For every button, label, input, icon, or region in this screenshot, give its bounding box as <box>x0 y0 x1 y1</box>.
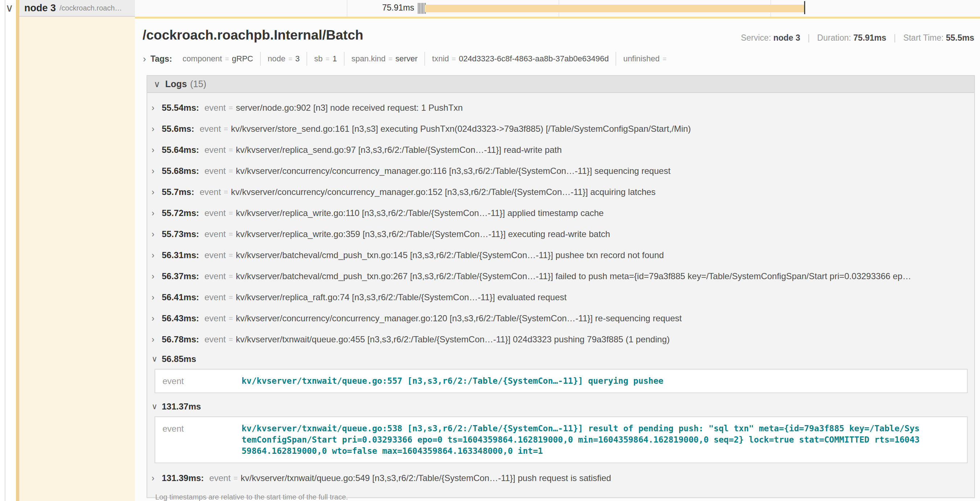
log-equals: = <box>229 104 233 112</box>
log-detail-key: event <box>162 375 242 387</box>
log-tick-marker <box>419 3 420 14</box>
span-name-cell[interactable]: node 3 /cockroach.roach… <box>19 0 135 17</box>
chevron-right-icon: › <box>152 230 162 239</box>
tags-accordion-toggle[interactable]: › Tags: component=gRPCnode=3sb=1span.kin… <box>143 52 676 66</box>
logs-list: ›55.54ms:event=server/node.go:902 [n3] n… <box>147 93 974 501</box>
tag-equals: = <box>225 55 229 63</box>
tag-value: 3 <box>295 54 299 64</box>
log-field-value: kv/kvserver/replica_send.go:97 [n3,s3,r6… <box>236 145 970 155</box>
log-entry-row[interactable]: ›56.37ms:event=kv/kvserver/batcheval/cmd… <box>152 266 970 287</box>
span-duration-label: 75.91ms <box>342 3 414 13</box>
chevron-right-icon: › <box>152 271 162 281</box>
tag-key: component <box>183 54 222 64</box>
span-detail-title: /cockroach.roachpb.Internal/Batch <box>143 27 363 43</box>
tag-pill[interactable]: sb=1 <box>307 52 344 66</box>
chevron-down-icon: ∨ <box>154 80 160 89</box>
collapse-trace-chevron-icon[interactable]: ∨ <box>5 2 13 14</box>
tag-pill[interactable]: span.kind=server <box>344 52 424 66</box>
log-field-value: kv/kvserver/batcheval/cmd_push_txn.go:26… <box>236 271 970 281</box>
log-entry-row[interactable]: ›55.6ms:event=kv/kvserver/store_send.go:… <box>152 118 970 139</box>
timeline-row: 75.91ms <box>135 0 980 17</box>
log-timestamp: 55.64ms: <box>162 145 199 155</box>
start-time-value: 55.5ms <box>946 33 974 43</box>
log-entry-row[interactable]: ›55.68ms:event=kv/kvserver/concurrency/c… <box>152 161 970 182</box>
log-field-key: event <box>199 187 221 197</box>
log-tick-marker <box>422 3 423 14</box>
tag-key: txnid <box>432 54 449 64</box>
span-operation-name: /cockroach.roach… <box>59 4 122 12</box>
span-overview: Service: node 3 | Duration: 75.91ms | St… <box>741 33 974 43</box>
tag-key: span.kind <box>352 54 385 64</box>
log-timestamp: 55.6ms: <box>162 124 194 134</box>
span-service-name: node 3 <box>24 3 56 14</box>
log-equals: = <box>224 125 228 133</box>
log-equals: = <box>229 335 233 344</box>
log-field-key: event <box>205 229 226 239</box>
span-duration-bar[interactable] <box>425 5 805 12</box>
log-entry-row[interactable]: ›56.41ms:event=kv/kvserver/replica_raft.… <box>152 287 970 308</box>
log-tick-marker <box>421 3 422 14</box>
chevron-right-icon: › <box>152 166 162 176</box>
log-entry-row[interactable]: ›55.7ms:event=kv/kvserver/concurrency/co… <box>152 182 970 203</box>
log-equals: = <box>229 167 233 176</box>
log-timestamp: 56.31ms: <box>162 250 199 260</box>
overview-separator: | <box>894 33 896 43</box>
log-equals: = <box>229 230 233 239</box>
log-entry-row[interactable]: ›56.78ms:event=kv/kvserver/txnwait/queue… <box>152 329 970 350</box>
tags-list: component=gRPCnode=3sb=1span.kind=server… <box>175 52 676 66</box>
log-entry-row[interactable]: ›55.72ms:event=kv/kvserver/replica_write… <box>152 203 970 223</box>
log-field-key: event <box>205 250 226 260</box>
log-field-value: kv/kvserver/replica_raft.go:74 [n3,s3,r6… <box>236 292 970 302</box>
log-equals: = <box>229 251 233 260</box>
trace-detail-page: { "icons": { "chevron_down": "∨", "chevr… <box>0 0 980 501</box>
tag-pill[interactable]: node=3 <box>260 52 307 66</box>
chevron-right-icon: › <box>152 293 162 302</box>
start-time-label: Start Time: <box>903 33 943 43</box>
logs-title: Logs <box>165 79 187 89</box>
log-equals: = <box>229 314 233 323</box>
log-field-key: event <box>205 271 226 281</box>
tag-pill[interactable]: component=gRPC <box>175 52 260 66</box>
log-entry-row[interactable]: ›55.64ms:event=kv/kvserver/replica_send.… <box>152 139 970 161</box>
log-equals: = <box>224 188 228 196</box>
log-entry-row[interactable]: ›56.31ms:event=kv/kvserver/batcheval/cmd… <box>152 245 970 266</box>
log-timestamp: 55.7ms: <box>162 187 194 197</box>
span-indent-guide <box>16 0 19 501</box>
service-label: Service: <box>741 33 771 43</box>
tag-equals: = <box>326 55 330 63</box>
tag-pill[interactable]: unfinished= <box>616 52 676 66</box>
log-equals: = <box>229 146 233 154</box>
log-entry-row[interactable]: ›55.73ms:event=kv/kvserver/replica_write… <box>152 223 970 245</box>
log-field-key: event <box>209 473 231 483</box>
span-detail-panel: /cockroach.roachpb.Internal/Batch Servic… <box>135 19 980 501</box>
tag-pill[interactable]: txnid=024d3323-6c8f-4863-aa8b-37ab0e6349… <box>424 52 616 66</box>
log-field-value: kv/kvserver/concurrency/concurrency_mana… <box>231 187 970 197</box>
log-entry-row[interactable]: ›55.54ms:event=server/node.go:902 [n3] n… <box>152 97 970 118</box>
tags-label: Tags: <box>151 54 172 64</box>
tag-equals: = <box>388 55 393 63</box>
log-timestamp: 55.68ms: <box>162 166 199 176</box>
column-resizer-divider[interactable] <box>5 0 5 501</box>
tag-equals: = <box>452 55 456 63</box>
chevron-down-icon: ∨ <box>152 354 162 364</box>
log-timestamp: 56.78ms: <box>162 334 199 345</box>
tag-value: gRPC <box>232 54 253 64</box>
log-equals: = <box>229 272 233 281</box>
chevron-right-icon: › <box>152 474 162 483</box>
logs-footer-note: Log timestamps are relative to the start… <box>155 493 970 501</box>
chevron-right-icon: › <box>152 124 162 134</box>
span-name-column-highlight <box>19 17 135 501</box>
tag-key: sb <box>314 54 323 64</box>
duration-value: 75.91ms <box>853 33 886 43</box>
log-entry-expanded-toggle[interactable]: ∨56.85ms <box>152 350 970 368</box>
log-entry-row[interactable]: ›56.43ms:event=kv/kvserver/concurrency/c… <box>152 308 970 329</box>
log-field-value: kv/kvserver/txnwait/queue.go:549 [n3,s3,… <box>241 473 971 483</box>
chevron-right-icon: › <box>152 103 162 113</box>
log-entry-expanded-toggle[interactable]: ∨131.37ms <box>152 397 970 416</box>
log-entry-row[interactable]: ›131.39ms:event=kv/kvserver/txnwait/queu… <box>152 467 970 489</box>
log-timestamp: 131.39ms: <box>162 473 204 483</box>
log-tick-marker <box>418 3 418 14</box>
log-equals: = <box>229 294 233 302</box>
tag-key: node <box>268 54 285 64</box>
logs-accordion-toggle[interactable]: ∨ Logs (15) <box>147 76 974 93</box>
